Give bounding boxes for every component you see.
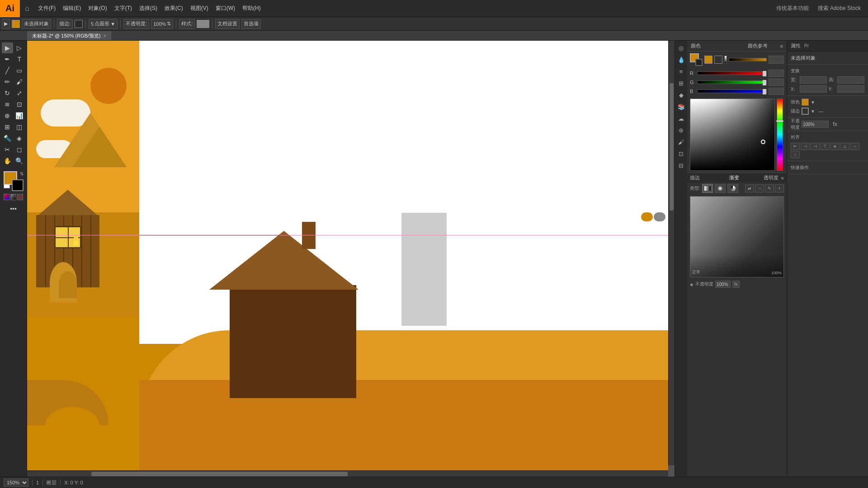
fill-color-swatch[interactable] <box>12 20 20 28</box>
scale-tool[interactable]: ⤢ <box>14 88 25 99</box>
color-slider[interactable] <box>729 58 767 61</box>
r-value-input[interactable] <box>769 70 784 77</box>
menu-view[interactable]: 视图(V) <box>187 0 212 17</box>
warp-tool[interactable]: ≋ <box>2 99 14 110</box>
doc-settings-btn[interactable]: 文档设置 <box>215 19 240 29</box>
v-scroll-thumb[interactable] <box>670 83 674 211</box>
libraries-icon[interactable]: 📚 <box>676 101 687 112</box>
g-slider[interactable] <box>697 80 767 84</box>
g-value-input[interactable] <box>769 79 784 86</box>
assets-icon[interactable]: ◆ <box>676 89 687 100</box>
selection-tool[interactable]: ▶ <box>2 42 14 53</box>
no-fill-btn[interactable] <box>17 194 23 200</box>
rect-tool[interactable]: ▭ <box>14 65 25 76</box>
canvas-area[interactable] <box>27 41 675 477</box>
color-hex-input[interactable] <box>769 56 784 64</box>
zoom-selector[interactable]: 150% <box>4 479 28 487</box>
column-graph-tool[interactable]: 📊 <box>14 110 25 121</box>
tab-close-button[interactable]: × <box>104 33 106 38</box>
blend-tool[interactable]: ◈ <box>14 133 25 144</box>
direct-selection-tool[interactable]: ▷ <box>14 42 25 53</box>
transparency-tab[interactable]: 透明度 <box>749 174 778 181</box>
transform-icon[interactable]: ⊡ <box>676 148 687 159</box>
stroke-arrow-down[interactable]: ▼ <box>811 109 815 114</box>
gradient-tool[interactable]: ◫ <box>14 122 25 132</box>
style-swatch[interactable] <box>197 20 209 28</box>
line-tool[interactable]: ╱ <box>2 65 14 76</box>
opacity-input[interactable]: 100% ⇅ <box>151 19 173 29</box>
gradient-edit-btn[interactable]: ✎ <box>765 184 774 192</box>
home-button[interactable]: ⌂ <box>20 0 34 17</box>
gradient-radial-btn[interactable] <box>715 184 726 193</box>
eyedropper-icon[interactable]: 💧 <box>676 54 687 65</box>
fill-arrow-down[interactable]: ▼ <box>811 100 815 105</box>
align-icon[interactable]: ⊟ <box>676 160 687 171</box>
align-top-btn[interactable]: ⊤ <box>821 143 830 150</box>
stroke-swatch[interactable] <box>12 179 24 191</box>
gradient-panel-menu[interactable]: ≡ <box>781 175 784 181</box>
extra-swatch-2[interactable] <box>714 56 722 64</box>
scissors-tool[interactable]: ✂ <box>2 144 14 155</box>
opacity-pp-input[interactable] <box>802 121 829 128</box>
pencil-tool[interactable]: ✏ <box>2 76 14 87</box>
adobe-stock-search[interactable]: 搜索 Adobe Stock <box>815 5 863 12</box>
zoom-tool[interactable]: 🔍 <box>14 155 25 166</box>
menu-help[interactable]: 帮助(H) <box>239 0 264 17</box>
document-tab[interactable]: 未标题-2* @ 150% (RGB/预览) × <box>27 31 111 40</box>
layers-icon[interactable]: ≡ <box>676 66 687 77</box>
color-wheel-icon[interactable]: ◎ <box>676 42 687 53</box>
align-left-btn[interactable]: ⊢ <box>791 143 800 150</box>
menu-select[interactable]: 选择(S) <box>136 0 161 17</box>
free-transform-tool[interactable]: ⊡ <box>14 99 25 110</box>
mesh-tool[interactable]: ⊞ <box>2 122 14 132</box>
gradient-mode-btn[interactable] <box>10 194 16 200</box>
symbols-icon[interactable]: ⊛ <box>676 125 687 136</box>
workspace-selector[interactable]: 传统基本功能 <box>774 5 811 12</box>
gradient-linear-btn[interactable] <box>702 184 713 193</box>
brushes-icon[interactable]: 🖌 <box>676 136 687 147</box>
horizontal-scrollbar[interactable] <box>27 470 668 477</box>
align-right-btn[interactable]: ⊣ <box>811 143 820 150</box>
eyedropper-tool[interactable]: 🔦 <box>2 133 14 144</box>
rotate-tool[interactable]: ↻ <box>2 88 14 99</box>
b-value-input[interactable] <box>769 88 784 95</box>
swap-colors-btn[interactable]: ⇅ <box>20 171 24 176</box>
opacity-value-display[interactable]: 100% <box>715 281 731 288</box>
color-spectrum-main[interactable] <box>690 99 775 171</box>
r-slider[interactable] <box>697 71 767 75</box>
menu-object[interactable]: 对象(O) <box>85 0 110 17</box>
stroke-color-swatch[interactable] <box>75 20 83 28</box>
menu-effect[interactable]: 效果(C) <box>161 0 187 17</box>
fill-color-preview[interactable] <box>802 99 809 106</box>
selection-tool-btn[interactable]: ▶ <box>2 19 10 29</box>
symbol-sprayer[interactable]: ⊕ <box>2 110 14 121</box>
brush-tool[interactable]: 🖌 <box>14 76 25 87</box>
menu-window[interactable]: 窗口(W) <box>212 0 239 17</box>
stroke-color-preview[interactable] <box>802 108 809 115</box>
more-tools-btn[interactable]: ••• <box>2 203 25 214</box>
x-pos-input[interactable] <box>800 85 827 93</box>
type-tool[interactable]: T <box>14 54 25 65</box>
align-bottom-btn[interactable]: ⊥ <box>840 143 849 150</box>
vertical-scrollbar[interactable] <box>668 41 675 465</box>
menu-file[interactable]: 文件(F) <box>34 0 59 17</box>
cc-libraries-icon[interactable]: ☁ <box>676 113 687 124</box>
stroke-size-selector[interactable]: 5 点圆形 ▼ <box>89 19 118 29</box>
y-pos-input[interactable] <box>837 85 864 93</box>
pen-tool[interactable]: ✒ <box>2 54 14 65</box>
extra-swatch-1[interactable] <box>704 56 712 64</box>
gradient-freeform-btn[interactable] <box>727 184 738 193</box>
reverse-gradient-btn[interactable]: ⇄ <box>745 184 754 192</box>
h-scroll-thumb[interactable] <box>91 472 348 476</box>
stroke-square[interactable] <box>695 59 703 66</box>
distribute-v-btn[interactable]: ↕ <box>791 151 800 158</box>
artboards-icon[interactable]: ⊞ <box>676 78 687 89</box>
hue-strip[interactable] <box>777 99 783 171</box>
gradient-add-btn[interactable]: + <box>775 184 784 192</box>
toggle-control[interactable] <box>641 212 665 221</box>
height-input[interactable] <box>837 76 864 84</box>
width-input[interactable] <box>800 76 827 84</box>
gradient-arrow-btn[interactable]: → <box>755 184 764 192</box>
fx-pp-btn[interactable]: fx <box>830 120 840 129</box>
color-mode-btn[interactable] <box>4 194 9 200</box>
